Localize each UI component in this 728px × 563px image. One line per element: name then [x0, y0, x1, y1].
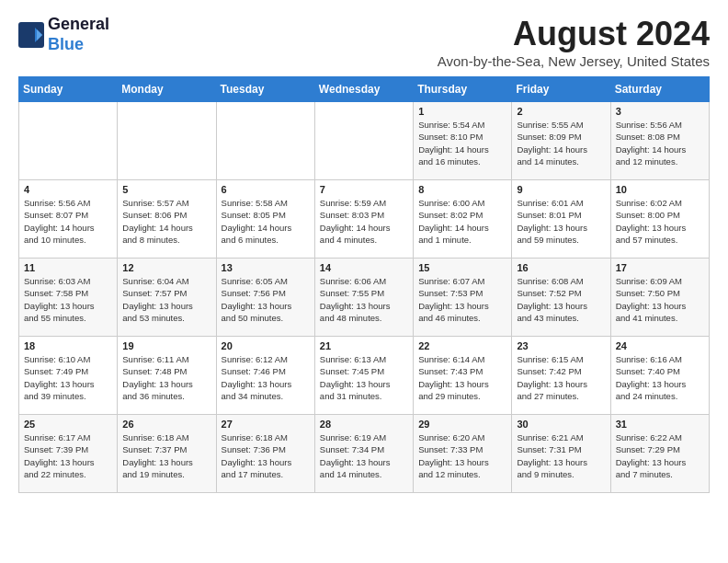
day-number: 15 — [418, 262, 506, 273]
logo-line2: Blue — [48, 35, 109, 55]
calendar-cell: 6Sunrise: 5:58 AM Sunset: 8:05 PM Daylig… — [216, 180, 314, 259]
calendar-cell: 31Sunrise: 6:22 AM Sunset: 7:29 PM Dayli… — [610, 415, 709, 493]
calendar-cell: 3Sunrise: 5:56 AM Sunset: 8:08 PM Daylig… — [610, 102, 709, 180]
day-number: 25 — [24, 419, 112, 430]
logo: General Blue — [18, 15, 109, 54]
day-number: 26 — [122, 419, 210, 430]
calendar-cell: 25Sunrise: 6:17 AM Sunset: 7:39 PM Dayli… — [19, 415, 118, 493]
day-info: Sunrise: 6:07 AM Sunset: 7:53 PM Dayligh… — [418, 275, 506, 324]
calendar-cell — [19, 102, 118, 180]
day-number: 22 — [418, 340, 506, 351]
day-number: 9 — [517, 184, 605, 195]
calendar-cell: 12Sunrise: 6:04 AM Sunset: 7:57 PM Dayli… — [118, 259, 216, 337]
day-number: 19 — [122, 340, 210, 351]
day-info: Sunrise: 6:00 AM Sunset: 8:02 PM Dayligh… — [418, 197, 506, 246]
day-info: Sunrise: 5:58 AM Sunset: 8:05 PM Dayligh… — [222, 197, 310, 246]
day-number: 18 — [24, 340, 112, 351]
day-header-tuesday: Tuesday — [216, 77, 314, 102]
calendar-cell: 22Sunrise: 6:14 AM Sunset: 7:43 PM Dayli… — [414, 337, 512, 415]
day-header-saturday: Saturday — [610, 77, 709, 102]
day-header-thursday: Thursday — [414, 77, 512, 102]
day-number: 12 — [122, 262, 210, 273]
day-info: Sunrise: 6:04 AM Sunset: 7:57 PM Dayligh… — [122, 275, 210, 324]
calendar-cell: 27Sunrise: 6:18 AM Sunset: 7:36 PM Dayli… — [216, 415, 314, 493]
day-number: 21 — [320, 340, 408, 351]
day-number: 6 — [222, 184, 310, 195]
day-number: 30 — [517, 419, 605, 430]
calendar-cell: 29Sunrise: 6:20 AM Sunset: 7:33 PM Dayli… — [414, 415, 512, 493]
day-number: 10 — [616, 184, 704, 195]
day-info: Sunrise: 6:02 AM Sunset: 8:00 PM Dayligh… — [616, 197, 704, 246]
day-info: Sunrise: 6:14 AM Sunset: 7:43 PM Dayligh… — [418, 353, 506, 402]
day-info: Sunrise: 6:06 AM Sunset: 7:55 PM Dayligh… — [320, 275, 408, 324]
calendar-cell: 2Sunrise: 5:55 AM Sunset: 8:09 PM Daylig… — [512, 102, 610, 180]
calendar-cell — [216, 102, 314, 180]
calendar-cell: 14Sunrise: 6:06 AM Sunset: 7:55 PM Dayli… — [314, 259, 413, 337]
day-number: 3 — [616, 106, 704, 117]
calendar-cell: 26Sunrise: 6:18 AM Sunset: 7:37 PM Dayli… — [118, 415, 216, 493]
calendar-cell: 19Sunrise: 6:11 AM Sunset: 7:48 PM Dayli… — [118, 337, 216, 415]
day-number: 16 — [517, 262, 605, 273]
day-info: Sunrise: 6:01 AM Sunset: 8:01 PM Dayligh… — [517, 197, 605, 246]
day-info: Sunrise: 6:18 AM Sunset: 7:37 PM Dayligh… — [122, 431, 210, 480]
day-header-wednesday: Wednesday — [314, 77, 413, 102]
day-info: Sunrise: 6:09 AM Sunset: 7:50 PM Dayligh… — [616, 275, 704, 324]
calendar-cell: 30Sunrise: 6:21 AM Sunset: 7:31 PM Dayli… — [512, 415, 610, 493]
logo-line1: General — [48, 15, 109, 35]
calendar-cell: 24Sunrise: 6:16 AM Sunset: 7:40 PM Dayli… — [610, 337, 709, 415]
day-info: Sunrise: 6:20 AM Sunset: 7:33 PM Dayligh… — [418, 431, 506, 480]
calendar-cell: 17Sunrise: 6:09 AM Sunset: 7:50 PM Dayli… — [610, 259, 709, 337]
calendar-cell: 4Sunrise: 5:56 AM Sunset: 8:07 PM Daylig… — [19, 180, 118, 259]
day-info: Sunrise: 5:57 AM Sunset: 8:06 PM Dayligh… — [122, 197, 210, 246]
calendar-cell: 7Sunrise: 5:59 AM Sunset: 8:03 PM Daylig… — [314, 180, 413, 259]
day-number: 8 — [418, 184, 506, 195]
calendar-cell: 11Sunrise: 6:03 AM Sunset: 7:58 PM Dayli… — [19, 259, 118, 337]
day-info: Sunrise: 5:56 AM Sunset: 8:07 PM Dayligh… — [24, 197, 112, 246]
day-info: Sunrise: 6:12 AM Sunset: 7:46 PM Dayligh… — [222, 353, 310, 402]
day-number: 28 — [320, 419, 408, 430]
day-number: 11 — [24, 262, 112, 273]
day-info: Sunrise: 5:59 AM Sunset: 8:03 PM Dayligh… — [320, 197, 408, 246]
day-info: Sunrise: 5:55 AM Sunset: 8:09 PM Dayligh… — [517, 119, 605, 167]
calendar-cell: 1Sunrise: 5:54 AM Sunset: 8:10 PM Daylig… — [414, 102, 512, 180]
calendar-cell: 21Sunrise: 6:13 AM Sunset: 7:45 PM Dayli… — [314, 337, 413, 415]
day-info: Sunrise: 5:54 AM Sunset: 8:10 PM Dayligh… — [418, 119, 506, 167]
month-year: August 2024 — [438, 15, 710, 53]
day-info: Sunrise: 6:08 AM Sunset: 7:52 PM Dayligh… — [517, 275, 605, 324]
day-info: Sunrise: 6:11 AM Sunset: 7:48 PM Dayligh… — [122, 353, 210, 402]
calendar-cell: 28Sunrise: 6:19 AM Sunset: 7:34 PM Dayli… — [314, 415, 413, 493]
location: Avon-by-the-Sea, New Jersey, United Stat… — [438, 53, 710, 69]
day-info: Sunrise: 5:56 AM Sunset: 8:08 PM Dayligh… — [616, 119, 704, 167]
day-info: Sunrise: 6:17 AM Sunset: 7:39 PM Dayligh… — [24, 431, 112, 480]
day-number: 4 — [24, 184, 112, 195]
day-number: 27 — [222, 419, 310, 430]
day-number: 17 — [616, 262, 704, 273]
day-header-friday: Friday — [512, 77, 610, 102]
day-info: Sunrise: 6:05 AM Sunset: 7:56 PM Dayligh… — [222, 275, 310, 324]
day-number: 29 — [418, 419, 506, 430]
day-number: 24 — [616, 340, 704, 351]
calendar-cell — [118, 102, 216, 180]
logo-icon — [18, 22, 44, 48]
day-info: Sunrise: 6:16 AM Sunset: 7:40 PM Dayligh… — [616, 353, 704, 402]
day-info: Sunrise: 6:18 AM Sunset: 7:36 PM Dayligh… — [222, 431, 310, 480]
calendar-cell: 23Sunrise: 6:15 AM Sunset: 7:42 PM Dayli… — [512, 337, 610, 415]
calendar-cell — [314, 102, 413, 180]
calendar-cell: 16Sunrise: 6:08 AM Sunset: 7:52 PM Dayli… — [512, 259, 610, 337]
calendar-cell: 8Sunrise: 6:00 AM Sunset: 8:02 PM Daylig… — [414, 180, 512, 259]
calendar-cell: 9Sunrise: 6:01 AM Sunset: 8:01 PM Daylig… — [512, 180, 610, 259]
day-header-sunday: Sunday — [19, 77, 118, 102]
day-info: Sunrise: 6:15 AM Sunset: 7:42 PM Dayligh… — [517, 353, 605, 402]
day-info: Sunrise: 6:10 AM Sunset: 7:49 PM Dayligh… — [24, 353, 112, 402]
calendar-cell: 20Sunrise: 6:12 AM Sunset: 7:46 PM Dayli… — [216, 337, 314, 415]
day-number: 5 — [122, 184, 210, 195]
day-info: Sunrise: 6:21 AM Sunset: 7:31 PM Dayligh… — [517, 431, 605, 480]
calendar-table: SundayMondayTuesdayWednesdayThursdayFrid… — [18, 76, 710, 493]
day-number: 1 — [418, 106, 506, 117]
day-number: 7 — [320, 184, 408, 195]
page-header: General Blue August 2024 Avon-by-the-Sea… — [18, 15, 710, 69]
title-block: August 2024 Avon-by-the-Sea, New Jersey,… — [438, 15, 710, 69]
calendar-cell: 15Sunrise: 6:07 AM Sunset: 7:53 PM Dayli… — [414, 259, 512, 337]
day-header-monday: Monday — [118, 77, 216, 102]
day-number: 20 — [222, 340, 310, 351]
